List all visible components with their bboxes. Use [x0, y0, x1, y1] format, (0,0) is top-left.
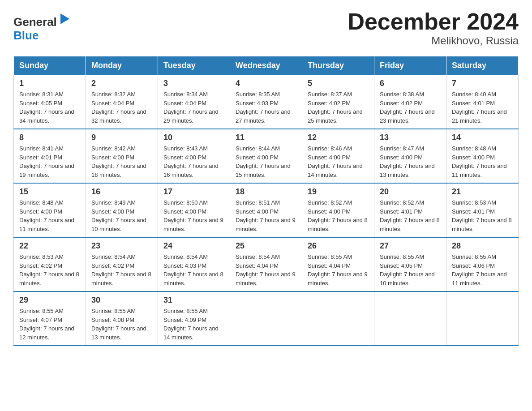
day-number: 14 — [452, 133, 513, 142]
header-row: SundayMondayTuesdayWednesdayThursdayFrid… — [14, 56, 519, 75]
day-number: 9 — [91, 133, 152, 142]
calendar-week-row: 8Sunrise: 8:41 AMSunset: 4:01 PMDaylight… — [14, 129, 519, 183]
day-info: Sunrise: 8:55 AMSunset: 4:07 PMDaylight:… — [19, 307, 80, 342]
day-info: Sunrise: 8:32 AMSunset: 4:04 PMDaylight:… — [91, 90, 152, 125]
day-info: Sunrise: 8:55 AMSunset: 4:05 PMDaylight:… — [380, 253, 441, 287]
day-number: 2 — [91, 79, 152, 88]
day-number: 29 — [19, 295, 80, 305]
calendar-day-cell: 24Sunrise: 8:54 AMSunset: 4:03 PMDayligh… — [158, 237, 230, 291]
svg-text:General: General — [13, 15, 57, 29]
day-info: Sunrise: 8:55 AMSunset: 4:04 PMDaylight:… — [308, 253, 369, 287]
day-number: 10 — [163, 133, 224, 142]
calendar-day-cell: 19Sunrise: 8:52 AMSunset: 4:00 PMDayligh… — [302, 183, 374, 237]
day-info: Sunrise: 8:51 AMSunset: 4:00 PMDaylight:… — [236, 198, 296, 233]
day-number: 18 — [236, 187, 296, 197]
day-info: Sunrise: 8:31 AMSunset: 4:05 PMDaylight:… — [19, 90, 80, 125]
calendar-header: SundayMondayTuesdayWednesdayThursdayFrid… — [14, 56, 519, 75]
logo-icon: General Blue — [13, 9, 72, 43]
calendar-table: SundayMondayTuesdayWednesdayThursdayFrid… — [13, 56, 519, 346]
calendar-day-cell: 8Sunrise: 8:41 AMSunset: 4:01 PMDaylight… — [14, 129, 86, 183]
day-number: 21 — [452, 187, 513, 197]
calendar-day-cell — [374, 291, 446, 346]
column-header-friday: Friday — [374, 56, 446, 75]
day-number: 17 — [163, 187, 224, 197]
calendar-day-cell: 22Sunrise: 8:53 AMSunset: 4:02 PMDayligh… — [14, 237, 86, 291]
day-info: Sunrise: 8:50 AMSunset: 4:00 PMDaylight:… — [163, 198, 224, 233]
calendar-day-cell: 15Sunrise: 8:48 AMSunset: 4:00 PMDayligh… — [14, 183, 86, 237]
calendar-day-cell — [230, 291, 302, 346]
calendar-day-cell: 18Sunrise: 8:51 AMSunset: 4:00 PMDayligh… — [230, 183, 302, 237]
column-header-thursday: Thursday — [302, 56, 374, 75]
calendar-day-cell: 10Sunrise: 8:43 AMSunset: 4:00 PMDayligh… — [158, 129, 230, 183]
calendar-day-cell: 30Sunrise: 8:55 AMSunset: 4:08 PMDayligh… — [86, 291, 158, 346]
calendar-week-row: 15Sunrise: 8:48 AMSunset: 4:00 PMDayligh… — [14, 183, 519, 237]
day-info: Sunrise: 8:46 AMSunset: 4:00 PMDaylight:… — [308, 144, 369, 179]
calendar-day-cell: 16Sunrise: 8:49 AMSunset: 4:00 PMDayligh… — [86, 183, 158, 237]
calendar-day-cell: 13Sunrise: 8:47 AMSunset: 4:00 PMDayligh… — [374, 129, 446, 183]
calendar-day-cell: 28Sunrise: 8:55 AMSunset: 4:06 PMDayligh… — [446, 237, 519, 291]
day-number: 24 — [163, 241, 224, 251]
calendar-day-cell — [302, 291, 374, 346]
day-number: 25 — [236, 241, 296, 251]
svg-marker-1 — [60, 13, 69, 24]
day-info: Sunrise: 8:40 AMSunset: 4:01 PMDaylight:… — [452, 90, 513, 125]
calendar-day-cell: 2Sunrise: 8:32 AMSunset: 4:04 PMDaylight… — [86, 75, 158, 129]
logo: General Blue — [13, 9, 72, 43]
day-info: Sunrise: 8:54 AMSunset: 4:02 PMDaylight:… — [91, 253, 152, 287]
day-info: Sunrise: 8:52 AMSunset: 4:01 PMDaylight:… — [380, 198, 441, 233]
day-number: 12 — [308, 133, 369, 142]
day-number: 15 — [19, 187, 80, 197]
calendar-day-cell: 9Sunrise: 8:42 AMSunset: 4:00 PMDaylight… — [86, 129, 158, 183]
calendar-day-cell: 5Sunrise: 8:37 AMSunset: 4:02 PMDaylight… — [302, 75, 374, 129]
column-header-tuesday: Tuesday — [158, 56, 230, 75]
day-info: Sunrise: 8:55 AMSunset: 4:06 PMDaylight:… — [452, 253, 513, 287]
calendar-day-cell: 29Sunrise: 8:55 AMSunset: 4:07 PMDayligh… — [14, 291, 86, 346]
day-info: Sunrise: 8:49 AMSunset: 4:00 PMDaylight:… — [91, 198, 152, 233]
calendar-day-cell: 7Sunrise: 8:40 AMSunset: 4:01 PMDaylight… — [446, 75, 519, 129]
day-info: Sunrise: 8:44 AMSunset: 4:00 PMDaylight:… — [236, 144, 296, 179]
calendar-day-cell: 27Sunrise: 8:55 AMSunset: 4:05 PMDayligh… — [374, 237, 446, 291]
column-header-saturday: Saturday — [446, 56, 519, 75]
day-number: 20 — [380, 187, 441, 197]
calendar-day-cell: 20Sunrise: 8:52 AMSunset: 4:01 PMDayligh… — [374, 183, 446, 237]
day-info: Sunrise: 8:43 AMSunset: 4:00 PMDaylight:… — [163, 144, 224, 179]
calendar-day-cell: 12Sunrise: 8:46 AMSunset: 4:00 PMDayligh… — [302, 129, 374, 183]
day-number: 30 — [91, 295, 152, 305]
calendar-day-cell: 11Sunrise: 8:44 AMSunset: 4:00 PMDayligh… — [230, 129, 302, 183]
day-number: 4 — [236, 79, 296, 88]
day-info: Sunrise: 8:41 AMSunset: 4:01 PMDaylight:… — [19, 144, 80, 179]
svg-text:Blue: Blue — [13, 29, 39, 42]
day-number: 16 — [91, 187, 152, 197]
page-title: December 2024 — [348, 9, 519, 34]
day-number: 22 — [19, 241, 80, 251]
day-number: 23 — [91, 241, 152, 251]
calendar-day-cell: 14Sunrise: 8:48 AMSunset: 4:00 PMDayligh… — [446, 129, 519, 183]
page-header: General Blue December 2024 Melikhovo, Ru… — [13, 9, 519, 47]
day-number: 1 — [19, 79, 80, 88]
day-number: 7 — [452, 79, 513, 88]
day-info: Sunrise: 8:54 AMSunset: 4:04 PMDaylight:… — [236, 253, 296, 287]
day-info: Sunrise: 8:37 AMSunset: 4:02 PMDaylight:… — [308, 90, 369, 125]
day-number: 31 — [163, 295, 224, 305]
day-info: Sunrise: 8:38 AMSunset: 4:02 PMDaylight:… — [380, 90, 441, 125]
column-header-sunday: Sunday — [14, 56, 86, 75]
day-info: Sunrise: 8:35 AMSunset: 4:03 PMDaylight:… — [236, 90, 296, 125]
day-info: Sunrise: 8:54 AMSunset: 4:03 PMDaylight:… — [163, 253, 224, 287]
calendar-day-cell — [446, 291, 519, 346]
calendar-week-row: 22Sunrise: 8:53 AMSunset: 4:02 PMDayligh… — [14, 237, 519, 291]
day-info: Sunrise: 8:55 AMSunset: 4:08 PMDaylight:… — [91, 307, 152, 342]
day-number: 27 — [380, 241, 441, 251]
day-info: Sunrise: 8:53 AMSunset: 4:01 PMDaylight:… — [452, 198, 513, 233]
column-header-wednesday: Wednesday — [230, 56, 302, 75]
title-block: December 2024 Melikhovo, Russia — [348, 9, 519, 47]
day-number: 5 — [308, 79, 369, 88]
calendar-day-cell: 25Sunrise: 8:54 AMSunset: 4:04 PMDayligh… — [230, 237, 302, 291]
calendar-day-cell: 4Sunrise: 8:35 AMSunset: 4:03 PMDaylight… — [230, 75, 302, 129]
day-number: 8 — [19, 133, 80, 142]
calendar-day-cell: 23Sunrise: 8:54 AMSunset: 4:02 PMDayligh… — [86, 237, 158, 291]
day-number: 26 — [308, 241, 369, 251]
day-info: Sunrise: 8:48 AMSunset: 4:00 PMDaylight:… — [19, 198, 80, 233]
calendar-week-row: 29Sunrise: 8:55 AMSunset: 4:07 PMDayligh… — [14, 291, 519, 346]
calendar-day-cell: 31Sunrise: 8:55 AMSunset: 4:09 PMDayligh… — [158, 291, 230, 346]
page-subtitle: Melikhovo, Russia — [348, 34, 519, 47]
